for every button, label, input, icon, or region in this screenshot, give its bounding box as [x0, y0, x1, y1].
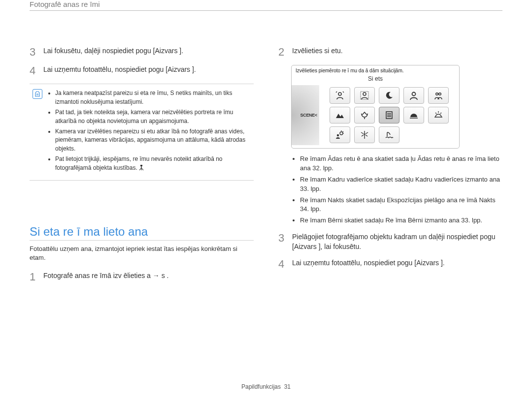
scene-closeup-icon[interactable] — [354, 107, 375, 123]
scene-portrait-icon[interactable] — [403, 87, 424, 104]
page-section-header: Fotografē anas re īmi — [30, 0, 502, 11]
device-frame: Izvēlieties piemēroto re ī mu da ā dām s… — [291, 65, 460, 149]
scene-firework-icon[interactable] — [354, 126, 375, 143]
svg-line-25 — [343, 131, 344, 132]
svg-line-21 — [440, 113, 441, 114]
scene-backlight-icon[interactable] — [330, 126, 350, 143]
note-box: Ja kamera neatpazīst pareizu si eta re ī… — [30, 84, 254, 181]
reference-item: Re īmam Kadru vadierīce skatiet sadaļu K… — [300, 175, 502, 194]
tripod-icon — [139, 165, 144, 173]
svg-point-33 — [364, 134, 366, 135]
step-text: Lai fokusētu, daļēji nospiediet pogu [Ai… — [43, 46, 183, 56]
reference-list: Re īmam Ādas retu ē ana skatiet sada ļu … — [278, 154, 502, 225]
step-text: Lai uzņemtu fotoattēlu, nospiediet pogu … — [43, 65, 196, 75]
device-title: Si ets — [292, 73, 459, 85]
step-text: Pielāgojiet fotografējamo objektu kadram… — [292, 232, 502, 251]
svg-point-26 — [337, 134, 339, 136]
right-column: 2 Izvēlieties si etu. Izvēlieties piemēr… — [278, 46, 502, 290]
step-text: Fotografē anas re īmā izv ēlieties a → s… — [43, 271, 168, 281]
note-item: Kamera var izvēlēties nepareizu si etu a… — [55, 127, 251, 153]
note-item: Ja kamera neatpazīst pareizu si eta re ī… — [55, 89, 251, 106]
svg-point-12 — [439, 93, 441, 95]
page-footer: Papildfunkcijas 31 — [0, 383, 532, 390]
svg-point-10 — [412, 93, 416, 96]
svg-line-30 — [362, 135, 364, 136]
scene-night-icon[interactable] — [379, 87, 399, 104]
note-list: Ja kamera neatpazīst pareizu si eta re ī… — [47, 89, 251, 175]
note-item: Pat tad, ja tiek noteikta seja, kamera v… — [55, 108, 251, 125]
scene-children-icon[interactable] — [428, 87, 449, 104]
device-screenshot: Izvēlieties piemēroto re ī mu da ā dām s… — [278, 65, 502, 149]
scene-dawn-icon[interactable] — [428, 107, 449, 123]
scene-icon-grid — [319, 85, 459, 145]
svg-line-28 — [361, 132, 364, 134]
step-number: 2 — [278, 46, 287, 58]
step-number: 3 — [278, 232, 287, 244]
svg-point-11 — [436, 93, 438, 95]
step-text: Lai uzņemtu fotoattēlu, nospiediet pogu … — [292, 258, 445, 268]
reference-item: Re īmam Bērni skatiet sadaļu Re īma Bērn… — [300, 216, 502, 225]
scene-frame-guide-icon[interactable] — [354, 87, 375, 104]
step-4: 4 Lai uzņemtu fotoattēlu, nospiediet pog… — [278, 258, 502, 270]
device-caption: Izvēlieties piemēroto re ī mu da ā dām s… — [292, 65, 459, 73]
svg-point-7 — [338, 93, 341, 95]
svg-point-22 — [340, 132, 343, 135]
section-description: Fotoattēlu uzņem ana, izmantojot iepriek… — [30, 245, 254, 262]
step-text: Izvēlieties si etu. — [292, 46, 343, 56]
svg-line-4 — [139, 168, 141, 170]
svg-point-8 — [363, 93, 366, 95]
info-icon — [33, 89, 42, 99]
page-number: 31 — [284, 383, 291, 390]
svg-rect-2 — [140, 165, 142, 166]
section-title: Si eta re ī ma lieto ana — [30, 225, 254, 241]
svg-line-20 — [435, 113, 436, 114]
step-1: 1 Fotografē anas re īmā izv ēlieties a →… — [30, 271, 254, 283]
scene-beach-snow-icon[interactable] — [379, 126, 399, 143]
page-content: 3 Lai fokusētu, daļēji nospiediet pogu [… — [0, 23, 532, 300]
left-column: 3 Lai fokusētu, daļēji nospiediet pogu [… — [30, 46, 254, 290]
reference-item: Re īmam Ādas retu ē ana skatiet sada ļu … — [300, 154, 502, 173]
step-number: 4 — [278, 258, 287, 270]
footer-label: Papildfunkcijas — [241, 383, 281, 390]
scene-beauty-icon[interactable] — [330, 87, 350, 104]
step-3: 3 Lai fokusētu, daļēji nospiediet pogu [… — [30, 46, 254, 58]
scene-label: SCENE< — [300, 113, 317, 118]
scene-text-icon[interactable] — [379, 107, 399, 123]
scene-sunset-icon[interactable] — [403, 107, 424, 123]
mode-dial-indicator: SCENE< — [292, 85, 319, 145]
note-item: Pat lietojot trijkāji, iespējams, re īmu… — [55, 155, 251, 173]
svg-line-29 — [366, 132, 368, 134]
step-number: 4 — [30, 65, 38, 77]
svg-line-31 — [366, 135, 367, 136]
reference-item: Re īmam Nakts skatiet sadaļu Ekspozīcija… — [300, 196, 502, 215]
scene-landscape-icon[interactable] — [330, 107, 350, 123]
step-3: 3 Pielāgojiet fotografējamo objektu kadr… — [278, 232, 502, 251]
step-number: 1 — [30, 271, 38, 283]
svg-line-6 — [141, 168, 143, 170]
step-2: 2 Izvēlieties si etu. — [278, 46, 502, 58]
step-4: 4 Lai uzņemtu fotoattēlu, nospiediet pog… — [30, 65, 254, 77]
step-number: 3 — [30, 46, 38, 58]
